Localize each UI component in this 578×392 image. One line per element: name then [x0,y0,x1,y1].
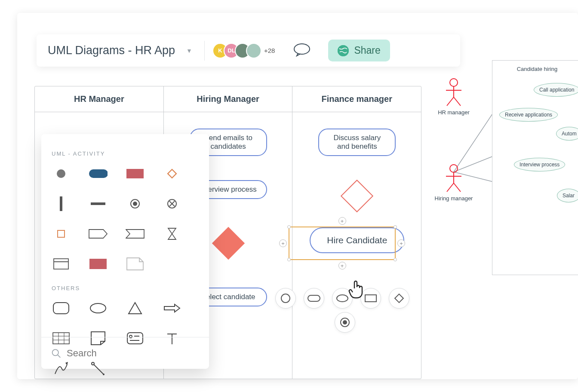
shape-time-event-icon[interactable] [163,227,181,241]
svg-rect-12 [395,294,403,303]
actor-hr-label: HR manager [437,109,471,116]
lane-header-finance: Finance manager [292,86,421,112]
actor-hiring-manager[interactable]: Hiring manager [432,163,475,202]
shape-search-row [41,337,209,369]
svg-point-43 [90,303,106,313]
svg-line-18 [447,97,454,106]
document-title[interactable]: UML Diagrams - HR App [48,44,175,57]
quick-shape-target[interactable] [335,312,355,333]
shape-rounded-rect-icon[interactable] [52,301,71,315]
search-icon [51,347,61,359]
shape-initial-node-icon[interactable] [52,166,71,181]
usecase-interview-process[interactable]: Interview process [514,158,565,172]
avatar-photo-2[interactable] [246,43,261,58]
shape-fork-bar-icon[interactable] [52,196,71,211]
svg-line-5 [454,107,497,172]
svg-rect-39 [54,259,68,269]
shape-receive-signal-icon[interactable] [126,227,144,241]
shape-section-others: OTHERS [52,285,200,291]
shape-flow-final-icon[interactable] [163,196,181,211]
globe-icon [338,45,349,56]
svg-line-57 [58,355,60,357]
svg-rect-32 [91,202,105,205]
svg-point-56 [52,349,58,355]
pointer-cursor-icon [348,279,366,300]
svg-point-14 [343,320,347,325]
shape-decision-diamond-icon[interactable] [163,166,181,181]
shape-join-bar-icon[interactable] [89,196,108,211]
lane-header-hr: HR Manager [35,86,164,112]
shape-library-panel: UML - ACTIVITY OTHERS [41,134,209,369]
svg-point-27 [57,169,65,178]
add-handle-top[interactable]: + [338,217,346,225]
title-dropdown-icon[interactable]: ▼ [186,47,192,54]
usecase-salary[interactable]: Salar [557,189,578,202]
svg-rect-31 [60,196,62,211]
svg-rect-30 [168,169,176,178]
quick-shape-popover [275,288,409,309]
quick-shape-circle[interactable] [275,288,296,309]
shape-search-input[interactable] [67,348,200,359]
shape-section-uml-activity: UML - ACTIVITY [52,150,200,157]
svg-rect-41 [89,259,107,269]
svg-point-34 [133,202,137,206]
add-handle-left[interactable]: + [279,239,287,247]
shape-arrow-icon[interactable] [163,301,181,315]
usecase-title: Candidate hiring [492,66,578,72]
shape-activity-pill-icon[interactable] [89,166,108,181]
divider [204,41,205,61]
svg-point-15 [450,79,458,86]
quick-shape-diamond[interactable] [389,288,409,309]
svg-point-10 [337,295,348,302]
top-toolbar: UML Diagrams - HR App ▼ K DL +28 Share [37,34,460,67]
shape-note-icon[interactable] [126,257,144,271]
usecase-autom[interactable]: Autom [556,127,578,141]
svg-rect-38 [58,230,65,237]
usecase-receive-applications[interactable]: Receive applications [499,108,558,122]
svg-point-25 [294,44,310,54]
lane-header-hiring: Hiring Manager [164,86,293,112]
svg-line-19 [454,97,461,106]
activity-discuss-salary[interactable]: Discuss salary and benefits [318,129,396,156]
decision-diamond-finance[interactable] [341,180,373,212]
shape-object-node-icon[interactable] [52,227,71,241]
svg-line-24 [454,183,461,192]
svg-rect-11 [365,295,376,302]
svg-point-20 [450,165,458,172]
actor-hiring-label: Hiring manager [432,195,475,202]
svg-rect-9 [308,295,320,301]
shape-triangle-icon[interactable] [126,301,144,315]
collaborator-avatars[interactable]: K DL +28 [217,43,275,58]
usecase-call-applications[interactable]: Call application [534,83,578,97]
svg-point-26 [338,45,349,56]
decision-diamond-hiring[interactable] [212,227,244,260]
quick-shape-pill[interactable] [304,288,324,309]
svg-rect-29 [126,169,144,178]
add-handle-bottom[interactable]: + [338,262,346,270]
svg-rect-42 [53,303,69,314]
shape-final-node-icon[interactable] [126,196,144,211]
share-button[interactable]: Share [328,40,390,61]
avatar-overflow-count[interactable]: +28 [264,47,275,54]
shape-action-rect-icon[interactable] [126,166,144,181]
actor-hr-manager[interactable]: HR manager [437,77,471,116]
shape-partition-icon[interactable] [52,257,71,271]
svg-point-8 [281,294,290,303]
svg-point-55 [103,374,105,375]
shape-ellipse-icon[interactable] [89,301,108,315]
shape-action-fill-icon[interactable] [89,257,108,271]
share-label: Share [354,45,380,56]
shape-send-signal-icon[interactable] [89,227,108,241]
comments-icon[interactable] [293,43,311,58]
svg-rect-28 [89,169,108,178]
add-handle-right[interactable]: + [397,239,405,247]
selection-outline[interactable]: + + + + [289,227,396,260]
usecase-mini-diagram: Candidate hiring Call application Receiv… [492,60,578,275]
svg-line-23 [447,183,454,192]
